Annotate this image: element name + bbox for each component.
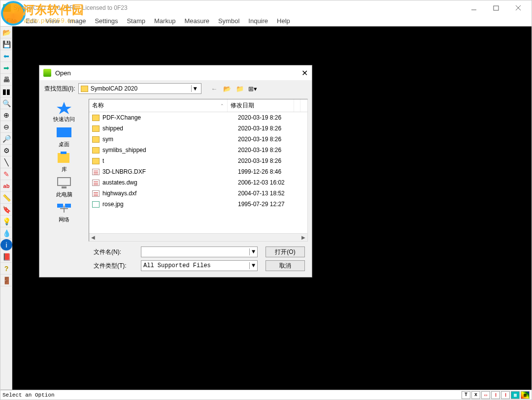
menu-image[interactable]: Image xyxy=(64,16,90,26)
place-desktop[interactable]: 桌面 xyxy=(55,125,73,149)
filename-input[interactable]: ▼ xyxy=(141,246,258,257)
file-name: austates.dwg xyxy=(89,179,235,186)
chevron-down-icon: ▼ xyxy=(249,248,257,255)
status-snap2-icon[interactable]: ⁞ xyxy=(501,391,510,399)
scroll-right-icon[interactable]: ▶ xyxy=(299,235,307,240)
tool-drop-icon[interactable]: 💧 xyxy=(0,227,12,239)
folder-icon xyxy=(92,115,100,121)
menu-inquire[interactable]: Inquire xyxy=(244,16,272,26)
tool-print-icon[interactable]: 🖶 xyxy=(0,74,12,86)
lookin-dropdown[interactable]: SymbolCAD 2020 ▼ xyxy=(78,83,201,94)
file-row[interactable]: PDF-XChange2020-03-19 8:26 xyxy=(89,112,307,123)
minimize-button[interactable] xyxy=(463,0,485,15)
maximize-button[interactable] xyxy=(485,0,507,15)
tool-zoom-fit-icon[interactable]: 🔍 xyxy=(0,97,12,109)
file-row[interactable]: symlibs_shipped2020-03-19 8:26 xyxy=(89,145,307,155)
chevron-down-icon: ▼ xyxy=(191,85,199,92)
menu-view[interactable]: View xyxy=(41,16,63,26)
content-row: 📂 💾 ⬅ ➡ 🖶 ▮▮ 🔍 ⊕ ⊖ 🔎 ⚙ ╲ ✎ ab 📏 🔖 💡 💧 i … xyxy=(0,26,532,390)
menu-markup[interactable]: Markup xyxy=(150,16,179,26)
chevron-down-icon: ▼ xyxy=(249,262,257,269)
tool-tag-icon[interactable]: 🔖 xyxy=(0,204,12,215)
dialog-titlebar: Open ✕ xyxy=(39,65,312,80)
status-snap-icon[interactable]: ⁞ xyxy=(491,391,500,399)
file-row[interactable]: sym2020-03-19 8:26 xyxy=(89,134,307,145)
tool-text-icon[interactable]: ab xyxy=(0,180,12,192)
tool-line-icon[interactable]: ╲ xyxy=(0,156,12,168)
menu-file[interactable]: File xyxy=(2,16,21,26)
file-date: 2004-07-13 18:52 xyxy=(235,190,301,197)
svg-rect-8 xyxy=(58,178,70,185)
column-date[interactable]: 修改日期 xyxy=(228,99,294,112)
dialog-body: 快速访问 桌面 库 此电脑 网络 名称⌃ 修改日期 PDF-XChange202… xyxy=(39,97,312,244)
menu-symbol[interactable]: Symbol xyxy=(214,16,243,26)
tool-arrow-right-icon[interactable]: ➡ xyxy=(0,62,12,74)
dialog-close-button[interactable]: ✕ xyxy=(293,68,308,78)
filetype-dropdown[interactable]: All Supported Files▼ xyxy=(141,260,258,271)
menu-stamp[interactable]: Stamp xyxy=(123,16,149,26)
tool-blackbox-icon[interactable]: ▮▮ xyxy=(0,86,12,97)
tool-exit-icon[interactable]: 🚪 xyxy=(0,275,12,286)
file-date: 2020-03-19 8:26 xyxy=(235,157,301,164)
tool-pencil-icon[interactable]: ✎ xyxy=(0,168,12,180)
menu-help[interactable]: Help xyxy=(273,16,294,26)
tool-magnify-icon[interactable]: 🔎 xyxy=(0,133,12,145)
file-name: shipped xyxy=(89,125,235,132)
place-thispc[interactable]: 此电脑 xyxy=(55,175,73,199)
file-row[interactable]: highways.dxf2004-07-13 18:52 xyxy=(89,188,307,199)
open-button[interactable]: 打开(O) xyxy=(266,246,305,257)
column-name[interactable]: 名称⌃ xyxy=(89,99,228,112)
file-row[interactable]: 3D-LNBRG.DXF1999-12-26 8:46 xyxy=(89,166,307,177)
titlebar: SymbolCAD 2020 - PRL - Licensed to 0F23 xyxy=(0,0,532,15)
place-libraries[interactable]: 库 xyxy=(55,150,73,174)
file-row[interactable]: t2020-03-19 8:26 xyxy=(89,155,307,166)
tool-info-icon[interactable]: i xyxy=(0,239,12,251)
close-button[interactable] xyxy=(507,0,529,15)
window-title: SymbolCAD 2020 - PRL - Licensed to 0F23 xyxy=(13,4,463,11)
scroll-left-icon[interactable]: ◀ xyxy=(89,235,97,240)
up-folder-icon[interactable]: 📂 xyxy=(222,84,232,93)
tool-help-icon[interactable]: ? xyxy=(0,263,12,275)
status-text-icon[interactable]: T xyxy=(462,391,470,399)
file-row[interactable]: rose.jpg1995-07-29 12:27 xyxy=(89,199,307,210)
tool-symbol-icon[interactable]: ⚙ xyxy=(0,145,12,156)
file-date: 1995-07-29 12:27 xyxy=(235,201,301,208)
cancel-button[interactable]: 取消 xyxy=(266,260,305,271)
menu-settings[interactable]: Settings xyxy=(91,16,122,26)
tool-light-icon[interactable]: 💡 xyxy=(0,215,12,227)
tool-arrow-left-icon[interactable]: ⬅ xyxy=(0,50,12,62)
menu-measure[interactable]: Measure xyxy=(180,16,213,26)
status-color-icon[interactable]: ▦ xyxy=(521,391,530,399)
lookin-label: 查找范围(I): xyxy=(44,85,75,93)
file-row[interactable]: shipped2020-03-19 8:26 xyxy=(89,123,307,134)
place-quickaccess[interactable]: 快速访问 xyxy=(53,100,75,124)
view-menu-icon[interactable]: ⊞▾ xyxy=(248,84,258,93)
tool-zoom-out-icon[interactable]: ⊖ xyxy=(0,121,12,133)
file-name: PDF-XChange xyxy=(89,114,235,121)
tool-ruler-icon[interactable]: 📏 xyxy=(0,192,12,204)
column-extra[interactable] xyxy=(294,99,300,112)
svg-rect-10 xyxy=(57,204,63,208)
drawing-canvas[interactable]: Open ✕ 查找范围(I): SymbolCAD 2020 ▼ ← 📂 📁 ⊞… xyxy=(12,26,532,390)
new-folder-icon[interactable]: 📁 xyxy=(235,84,245,93)
statusbar: Select an Option T x ▭ ⁞ ⁞ ▦ ▦ xyxy=(0,390,532,400)
place-network[interactable]: 网络 xyxy=(55,200,73,224)
file-rows: PDF-XChange2020-03-19 8:26shipped2020-03… xyxy=(89,112,307,233)
file-row[interactable]: austates.dwg2006-12-03 16:02 xyxy=(89,177,307,188)
svg-rect-7 xyxy=(61,152,66,154)
tool-book-icon[interactable]: 📕 xyxy=(0,251,12,263)
menu-edit[interactable]: Edit xyxy=(22,16,40,26)
file-list-header: 名称⌃ 修改日期 xyxy=(89,99,307,112)
svg-rect-1 xyxy=(494,6,499,10)
tool-save-icon[interactable]: 💾 xyxy=(0,38,12,50)
tool-zoom-in-icon[interactable]: ⊕ xyxy=(0,109,12,121)
back-icon[interactable]: ← xyxy=(209,84,219,93)
status-x-icon[interactable]: x xyxy=(471,391,480,399)
tool-open-icon[interactable]: 📂 xyxy=(0,27,12,38)
svg-rect-5 xyxy=(57,127,71,137)
app-icon xyxy=(3,4,11,12)
status-grid-icon[interactable]: ▦ xyxy=(511,391,520,399)
file-name: sym xyxy=(89,136,235,143)
horizontal-scrollbar[interactable]: ◀ ▶ xyxy=(89,233,307,241)
status-rect-icon[interactable]: ▭ xyxy=(481,391,490,399)
